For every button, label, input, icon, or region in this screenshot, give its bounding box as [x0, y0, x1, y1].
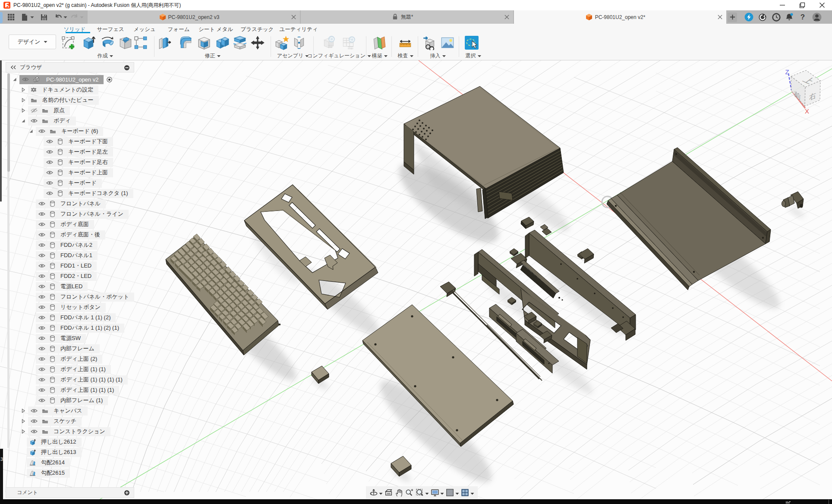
tree-row[interactable]: FDD1・LED — [36, 261, 142, 271]
tree-row-content[interactable]: 内部フレーム (1) — [36, 396, 108, 405]
tree-eye-toggle[interactable] — [31, 429, 38, 434]
tree-row[interactable]: 原点 — [21, 105, 142, 116]
collapse-panel-icon[interactable] — [10, 65, 16, 69]
eye-visible-icon[interactable] — [38, 398, 45, 403]
tree-triangle-icon[interactable] — [21, 409, 25, 413]
tool-config-table-button[interactable] — [341, 35, 356, 52]
tree-row[interactable]: FDD2・LED — [36, 271, 142, 281]
ribbon-group-label[interactable]: 作成 — [98, 52, 113, 60]
eye-hidden-icon[interactable] — [31, 108, 38, 113]
tree-eye-toggle[interactable] — [38, 305, 45, 309]
tree-row[interactable]: フロントパネル — [36, 198, 142, 209]
notifications-button[interactable] — [785, 10, 794, 24]
tree-row[interactable]: キーボード上面 — [44, 167, 142, 178]
tree-eye-toggle[interactable] — [46, 139, 53, 144]
tree-eye-toggle[interactable] — [38, 336, 45, 340]
tab-close-icon[interactable] — [717, 14, 723, 21]
document-tab[interactable]: PC-9801U2_open v2* — [514, 10, 726, 24]
help-button[interactable]: ? — [798, 10, 807, 24]
redo-button[interactable] — [71, 10, 79, 24]
tree-row[interactable]: ボディ — [21, 116, 142, 126]
tool-move-button[interactable] — [250, 35, 265, 52]
nav-display-button[interactable] — [431, 488, 444, 497]
tree-row-content[interactable]: キーボード — [44, 179, 102, 188]
tree-row-content[interactable]: ドキュメントの設定 — [28, 85, 98, 94]
eye-visible-icon[interactable] — [46, 181, 53, 185]
tree-row-content[interactable]: スケッチ — [28, 417, 82, 426]
tree-row-content[interactable]: FDDパネル 1 (1) (2) — [36, 313, 116, 322]
tool-revolve-button[interactable] — [100, 35, 115, 52]
eye-visible-icon[interactable] — [31, 419, 38, 423]
tool-pattern-button[interactable] — [133, 35, 148, 52]
tool-insert-mesh-button[interactable] — [422, 35, 437, 52]
tree-eye-toggle[interactable] — [38, 346, 45, 351]
eye-visible-icon[interactable] — [38, 129, 45, 133]
tree-eye-toggle[interactable] — [38, 222, 45, 227]
new-tab-button[interactable] — [728, 10, 737, 24]
tree-eye-toggle[interactable] — [38, 243, 45, 247]
tool-extrude-button[interactable] — [81, 35, 95, 52]
tree-row[interactable]: 勾配2615 — [27, 468, 142, 478]
nav-zoom-button[interactable] — [405, 488, 414, 497]
tree-row-content[interactable]: 押し出し2613 — [27, 448, 82, 457]
ribbon-group-label[interactable]: 構築 — [372, 52, 388, 60]
tree-row[interactable]: コンストラクション — [21, 426, 142, 437]
tree-row[interactable]: 内部フレーム (1) — [36, 395, 142, 406]
tree-row[interactable]: リセットボタン — [36, 302, 142, 312]
tree-eye-toggle[interactable] — [31, 108, 38, 113]
tree-triangle-icon[interactable] — [21, 429, 25, 434]
close-button[interactable] — [812, 0, 832, 10]
tree-eye-toggle[interactable] — [38, 326, 45, 330]
tree-row-content[interactable]: ボディ底面・後 — [36, 230, 105, 239]
ribbon-tab[interactable]: メッシュ — [133, 26, 155, 33]
tree-row-content[interactable]: キャンバス — [28, 406, 88, 416]
tree-eye-toggle[interactable] — [38, 388, 45, 392]
tree-row[interactable]: 押し出し2612 — [27, 437, 142, 447]
eye-visible-icon[interactable] — [38, 284, 45, 289]
eye-visible-icon[interactable] — [38, 295, 45, 299]
tool-press-pull-button[interactable] — [158, 35, 172, 52]
eye-visible-icon[interactable] — [38, 243, 45, 247]
ribbon-tab[interactable]: ユーティリティ — [279, 26, 318, 33]
tool-insert-canvas-button[interactable] — [440, 35, 455, 52]
tree-row-content[interactable]: キーボード (6) — [36, 127, 103, 136]
tree-eye-toggle[interactable] — [38, 295, 45, 299]
tree-expand-triangle[interactable] — [21, 88, 25, 92]
notification-history-button[interactable] — [772, 10, 781, 24]
tree-eye-toggle[interactable] — [38, 264, 45, 268]
tree-row[interactable]: 内部フレーム — [36, 343, 142, 354]
nav-orbit-button[interactable] — [369, 488, 383, 497]
tree-row-content[interactable]: FDDパネル1 — [36, 251, 98, 260]
tree-eye-toggle[interactable] — [46, 150, 53, 154]
eye-visible-icon[interactable] — [38, 346, 45, 351]
tree-row-content[interactable]: FDD2・LED — [36, 272, 97, 281]
eye-visible-icon[interactable] — [46, 160, 53, 164]
eye-visible-icon[interactable] — [38, 212, 45, 216]
tree-row[interactable]: フロントパネル・ライン — [36, 209, 142, 219]
tree-row-content[interactable]: リセットボタン — [36, 303, 106, 312]
tree-row-content[interactable]: FDDパネル2 — [36, 241, 98, 250]
tree-row-content[interactable]: キーボードコネクタ (1) — [44, 189, 133, 198]
tree-expand-triangle[interactable] — [21, 119, 25, 123]
eye-visible-icon[interactable] — [38, 264, 45, 268]
tree-triangle-icon[interactable] — [21, 98, 25, 102]
nav-lookat-button[interactable] — [384, 488, 393, 497]
eye-visible-icon[interactable] — [46, 139, 53, 144]
tree-row[interactable]: キャンバス — [21, 406, 142, 416]
eye-visible-icon[interactable] — [38, 367, 45, 372]
tool-config-part-button[interactable] — [322, 35, 337, 52]
nav-caret[interactable] — [470, 489, 474, 497]
tree-row[interactable]: スケッチ — [21, 416, 142, 426]
tree-row[interactable]: ボディ上面 (1) (1) (1) — [36, 385, 142, 395]
browser-header[interactable]: ブラウザ — [6, 62, 134, 72]
redo-button-caret[interactable] — [80, 10, 84, 24]
tool-new-component-button[interactable] — [275, 35, 290, 52]
tree-expand-triangle[interactable] — [13, 77, 17, 82]
tree-row-content[interactable]: ボディ上面 (1) (1) — [36, 365, 111, 374]
tree-eye-toggle[interactable] — [38, 315, 45, 320]
tree-row-content[interactable]: FDDパネル 1 (1) (2) (1) — [36, 324, 124, 333]
nav-pan-button[interactable] — [395, 488, 403, 497]
tree-eye-toggle[interactable] — [38, 233, 45, 237]
ribbon-group-label[interactable]: 修正 — [205, 52, 221, 60]
tree-row-content[interactable]: 原点 — [28, 106, 70, 115]
